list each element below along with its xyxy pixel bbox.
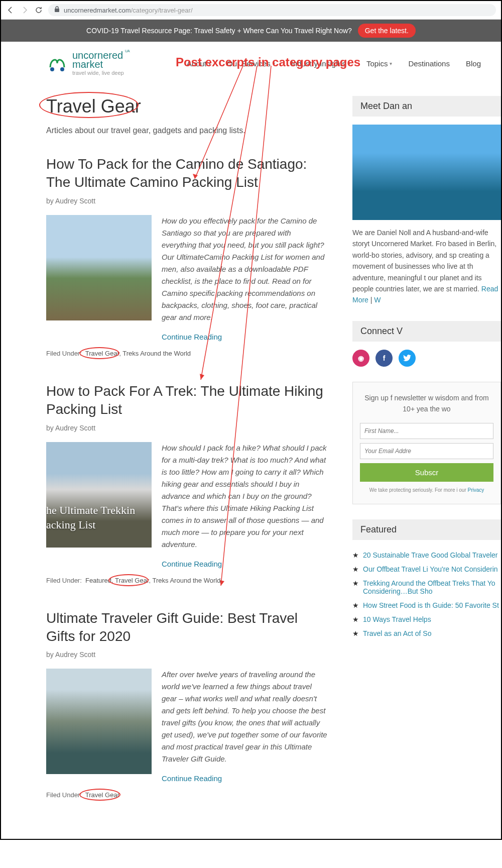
announcement-bar: COVID-19 Travel Resource Page: Travel Sa… bbox=[1, 20, 501, 42]
browser-toolbar: uncorneredmarket.com/category/travel-gea… bbox=[1, 1, 501, 20]
featured-link[interactable]: 20 Sustainable Trave Good Global Travele… bbox=[363, 551, 498, 559]
category-title: Travel Gear bbox=[46, 96, 141, 117]
post-title[interactable]: How to Pack For A Trek: The Ultimate Hik… bbox=[46, 382, 327, 419]
announcement-text: COVID-19 Travel Resource Page: Travel Sa… bbox=[86, 27, 352, 35]
first-name-input[interactable] bbox=[360, 423, 493, 439]
newsletter-signup: Sign up f newsletter w wisdom and from 1… bbox=[352, 382, 501, 504]
featured-item: ★Our Offbeat Travel Li You're Not Consid… bbox=[352, 562, 501, 576]
star-icon: ★ bbox=[352, 601, 359, 609]
star-icon: ★ bbox=[352, 551, 359, 559]
post-categories: Filed Under: Travel Gear bbox=[46, 791, 327, 799]
post-categories: Filed Under: Featured, Travel Gear, Trek… bbox=[46, 577, 327, 584]
post-author: by Audrey Scott bbox=[46, 197, 327, 205]
star-icon: ★ bbox=[352, 565, 359, 573]
post-title[interactable]: Ultimate Traveler Gift Guide: Best Trave… bbox=[46, 609, 327, 646]
featured-link[interactable]: 10 Ways Travel Helps bbox=[363, 615, 431, 623]
url-text: uncorneredmarket.com/category/travel-gea… bbox=[64, 7, 193, 14]
nav-blog[interactable]: Blog bbox=[466, 59, 481, 68]
post-thumbnail[interactable] bbox=[46, 215, 152, 320]
sidebar: Meet Dan an We are Daniel Noll and A hus… bbox=[352, 96, 501, 824]
reload-button[interactable] bbox=[34, 6, 43, 15]
announcement-cta[interactable]: Get the latest. bbox=[358, 24, 416, 38]
featured-link[interactable]: Trekking Around the Offbeat Treks That Y… bbox=[363, 579, 501, 595]
sidebar-heading-connect: Connect V bbox=[352, 321, 501, 342]
featured-item: ★Travel as an Act of So bbox=[352, 626, 501, 640]
post-author: by Audrey Scott bbox=[46, 424, 327, 432]
continue-reading-link[interactable]: Continue Reading bbox=[162, 774, 222, 783]
post-title[interactable]: How To Pack for the Camino de Santiago: … bbox=[46, 155, 327, 192]
svg-point-2 bbox=[60, 67, 64, 71]
subscribe-button[interactable]: Subscr bbox=[360, 463, 493, 482]
featured-item: ★10 Ways Travel Helps bbox=[352, 612, 501, 626]
sidebar-bio: We are Daniel Noll and A husband-and-wif… bbox=[352, 227, 501, 306]
signup-text: Sign up f newsletter w wisdom and from 1… bbox=[360, 392, 493, 415]
svg-point-1 bbox=[50, 67, 54, 71]
twitter-icon[interactable] bbox=[399, 350, 416, 367]
sidebar-author-photo bbox=[352, 125, 501, 220]
category-tag[interactable]: Travel Gear bbox=[85, 791, 119, 799]
featured-item: ★Trekking Around the Offbeat Treks That … bbox=[352, 576, 501, 598]
post-excerpt: How do you effectively pack for the Cami… bbox=[162, 215, 327, 323]
continue-reading-link[interactable]: Continue Reading bbox=[162, 333, 222, 341]
image-text-overlay: he Ultimate Trekkin acking List bbox=[46, 503, 135, 532]
featured-item: ★20 Sustainable Trave Good Global Travel… bbox=[352, 548, 501, 562]
post-thumbnail[interactable]: he Ultimate Trekkin acking List bbox=[46, 442, 152, 548]
post-item: Ultimate Traveler Gift Guide: Best Trave… bbox=[46, 609, 327, 799]
chevron-down-icon: ▾ bbox=[390, 61, 392, 66]
facebook-icon[interactable]: f bbox=[375, 350, 393, 367]
featured-link[interactable]: How Street Food is th Guide: 50 Favorite… bbox=[363, 601, 499, 609]
category-tag[interactable]: Travel Gear bbox=[85, 350, 119, 357]
featured-item: ★How Street Food is th Guide: 50 Favorit… bbox=[352, 598, 501, 612]
privacy-note: We take protecting seriously. For more i… bbox=[360, 487, 493, 494]
category-description: Articles about our travel gear, gadgets … bbox=[46, 126, 327, 135]
post-categories: Filed Under: Travel Gear, Treks Around t… bbox=[46, 350, 327, 357]
star-icon: ★ bbox=[352, 579, 359, 595]
continue-reading-link[interactable]: Continue Reading bbox=[162, 560, 222, 568]
category-tag[interactable]: Treks Around the World bbox=[122, 350, 191, 357]
svg-rect-0 bbox=[55, 9, 59, 12]
category-tag[interactable]: Travel Gear bbox=[115, 577, 149, 584]
featured-link[interactable]: Our Offbeat Travel Li You're Not Conside… bbox=[363, 565, 498, 573]
email-input[interactable] bbox=[360, 443, 493, 459]
main-content: Travel Gear Articles about our travel ge… bbox=[46, 96, 327, 824]
lock-icon bbox=[54, 6, 60, 14]
nav-destinations[interactable]: Destinations bbox=[408, 59, 450, 68]
sidebar-heading-meet: Meet Dan an bbox=[352, 96, 501, 117]
work-link[interactable]: W bbox=[374, 296, 381, 304]
back-button[interactable] bbox=[6, 6, 15, 15]
star-icon: ★ bbox=[352, 615, 359, 623]
annotation-label: Post excerpts in category pages bbox=[176, 55, 360, 69]
instagram-icon[interactable]: ◉ bbox=[352, 350, 369, 367]
social-row: ◉ f bbox=[352, 350, 501, 367]
post-item: How to Pack For A Trek: The Ultimate Hik… bbox=[46, 382, 327, 584]
site-logo[interactable]: uncorneredUA market travel wide, live de… bbox=[46, 51, 124, 76]
post-excerpt: After over twelve years of traveling aro… bbox=[162, 669, 327, 765]
nav-topics[interactable]: Topics▾ bbox=[366, 59, 393, 68]
forward-button[interactable] bbox=[20, 6, 29, 15]
featured-link[interactable]: Travel as an Act of So bbox=[363, 629, 431, 637]
logo-icon bbox=[46, 52, 68, 74]
post-item: How To Pack for the Camino de Santiago: … bbox=[46, 155, 327, 357]
privacy-link[interactable]: Privacy bbox=[468, 487, 484, 493]
post-author: by Audrey Scott bbox=[46, 650, 327, 659]
post-thumbnail[interactable] bbox=[46, 669, 152, 774]
address-bar[interactable]: uncorneredmarket.com/category/travel-gea… bbox=[48, 4, 496, 16]
star-icon: ★ bbox=[352, 629, 359, 637]
sidebar-heading-featured: Featured bbox=[352, 519, 501, 540]
category-tag[interactable]: Featured bbox=[85, 577, 111, 584]
featured-posts-list: ★20 Sustainable Trave Good Global Travel… bbox=[352, 548, 501, 640]
post-excerpt: How should I pack for a hike? What shoul… bbox=[162, 442, 327, 551]
category-tag[interactable]: Treks Around the World bbox=[153, 577, 221, 584]
